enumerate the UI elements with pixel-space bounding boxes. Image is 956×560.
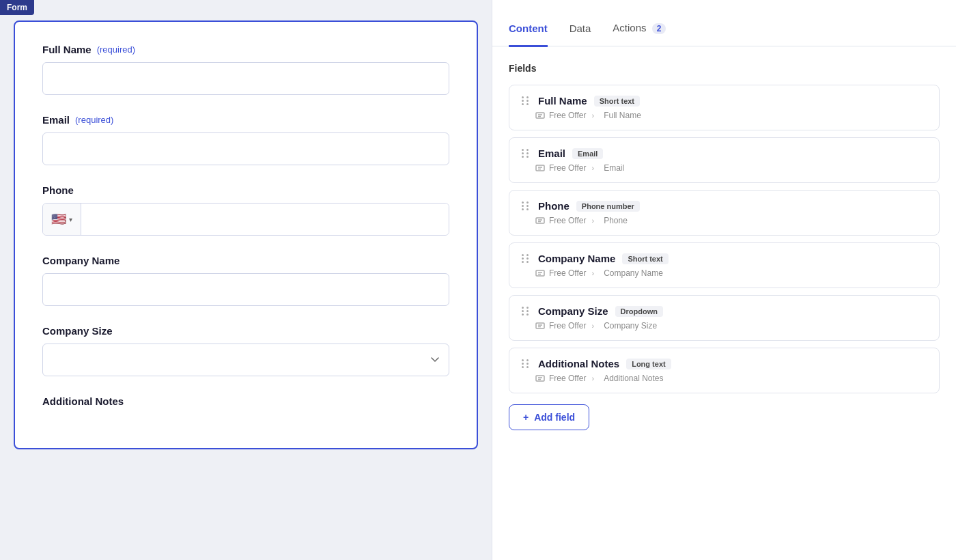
field-card-bottom-phone: Free Offer › Phone xyxy=(520,216,928,225)
field-card-bottom-company-name: Free Offer › Company Name xyxy=(520,268,928,278)
chevron-right-icon: › xyxy=(591,164,594,172)
tabs-header: Content Data Actions 2 xyxy=(492,0,956,46)
svg-rect-7 xyxy=(536,165,544,171)
email-required: (required) xyxy=(75,115,113,125)
full-name-input[interactable] xyxy=(42,62,449,95)
form-group-company-name: Company Name xyxy=(42,255,449,306)
field-type-email: Email xyxy=(572,148,603,159)
form-group-phone: Phone 🇺🇸 ▾ xyxy=(42,184,449,236)
ref-text-additional-notes: Additional Notes xyxy=(604,374,663,383)
drag-handle-company-size[interactable] xyxy=(520,305,531,317)
svg-rect-14 xyxy=(536,218,544,223)
field-card-top: Company Size Dropdown xyxy=(520,305,928,317)
field-card-email: Email Email Free Offer › Email xyxy=(509,137,940,183)
tab-content-label: Content xyxy=(509,23,548,34)
field-card-top: Full Name Short text xyxy=(520,95,928,107)
chevron-right-icon: › xyxy=(591,269,594,277)
source-text-company-size: Free Offer xyxy=(549,321,586,331)
chevron-right-icon: › xyxy=(591,111,594,120)
source-icon-additional-notes xyxy=(535,374,545,383)
source-icon-phone xyxy=(535,216,545,225)
svg-rect-35 xyxy=(536,376,544,381)
source-icon-email xyxy=(535,163,545,173)
full-name-label: Full Name (required) xyxy=(42,44,449,55)
form-group-full-name: Full Name (required) xyxy=(42,44,449,95)
chevron-right-icon: › xyxy=(591,374,594,382)
us-flag-icon: 🇺🇸 xyxy=(51,212,66,227)
tab-data-label: Data xyxy=(570,23,591,34)
field-card-bottom-company-size: Free Offer › Company Size xyxy=(520,321,928,331)
field-name-phone: Phone xyxy=(538,200,570,212)
field-card-full-name: Full Name Short text Free Offer › Full N… xyxy=(509,85,940,130)
ref-text-phone: Phone xyxy=(604,216,628,225)
field-card-phone: Phone Phone number Free Offer › Phone xyxy=(509,190,940,236)
chevron-right-icon: › xyxy=(591,322,594,330)
tab-content[interactable]: Content xyxy=(509,23,548,47)
drag-handle-additional-notes[interactable] xyxy=(520,358,531,369)
form-group-company-size: Company Size 1-10 11-50 51-200 200+ xyxy=(42,325,449,376)
field-card-additional-notes: Additional Notes Long text Free Offer › … xyxy=(509,348,940,393)
source-icon-company-name xyxy=(535,268,545,278)
field-card-top: Company Name Short text xyxy=(520,253,928,264)
source-icon-full-name xyxy=(535,111,545,120)
phone-input[interactable] xyxy=(81,204,449,235)
right-panel: Content Data Actions 2 Fields F xyxy=(492,0,956,560)
chevron-right-icon: › xyxy=(591,216,594,225)
add-field-label: Add field xyxy=(534,412,575,423)
email-label-text: Email xyxy=(42,114,70,126)
field-type-additional-notes: Long text xyxy=(626,359,671,369)
phone-flag-chevron-icon: ▾ xyxy=(69,216,72,223)
email-input[interactable] xyxy=(42,132,449,165)
form-group-email: Email (required) xyxy=(42,114,449,165)
add-field-button[interactable]: + Add field xyxy=(509,404,589,430)
field-card-top: Phone Phone number xyxy=(520,200,928,212)
email-label: Email (required) xyxy=(42,114,449,126)
ref-text-company-size: Company Size xyxy=(604,321,657,331)
ref-text-full-name: Full Name xyxy=(604,111,641,120)
phone-country-selector[interactable]: 🇺🇸 ▾ xyxy=(43,204,81,235)
field-card-bottom-email: Free Offer › Email xyxy=(520,163,928,173)
actions-badge: 2 xyxy=(652,23,666,34)
svg-rect-0 xyxy=(536,113,544,118)
field-card-bottom-full-name: Free Offer › Full Name xyxy=(520,111,928,120)
drag-handle-company-name[interactable] xyxy=(520,253,531,264)
field-card-top: Email Email xyxy=(520,148,928,159)
company-size-label: Company Size xyxy=(42,325,449,337)
field-type-full-name: Short text xyxy=(594,96,640,107)
company-name-input[interactable] xyxy=(42,273,449,306)
company-name-label: Company Name xyxy=(42,255,449,266)
tab-actions-label: Actions xyxy=(613,22,646,33)
field-name-full-name: Full Name xyxy=(538,95,587,107)
source-text-company-name: Free Offer xyxy=(549,268,586,278)
full-name-label-text: Full Name xyxy=(42,44,92,55)
panel-content: Fields Full Name Short text Fr xyxy=(492,46,956,560)
company-size-select[interactable]: 1-10 11-50 51-200 200+ xyxy=(42,344,449,376)
drag-handle-email[interactable] xyxy=(520,148,531,159)
phone-label: Phone xyxy=(42,184,449,196)
ref-text-email: Email xyxy=(604,163,624,173)
field-type-phone: Phone number xyxy=(576,201,640,212)
field-name-company-name: Company Name xyxy=(538,253,615,264)
svg-rect-28 xyxy=(536,323,544,328)
source-icon-company-size xyxy=(535,321,545,331)
drag-handle-phone[interactable] xyxy=(520,200,531,212)
fields-heading: Fields xyxy=(509,63,940,74)
field-card-top: Additional Notes Long text xyxy=(520,358,928,369)
field-card-company-name: Company Name Short text Free Offer › Com… xyxy=(509,242,940,288)
full-name-required: (required) xyxy=(97,44,135,55)
company-size-label-text: Company Size xyxy=(42,325,113,337)
ref-text-company-name: Company Name xyxy=(604,268,663,278)
source-text-full-name: Free Offer xyxy=(549,111,586,120)
source-text-email: Free Offer xyxy=(549,163,586,173)
company-name-label-text: Company Name xyxy=(42,255,120,266)
form-preview-panel: Form Full Name (required) Email (require… xyxy=(0,0,492,560)
form-container: Full Name (required) Email (required) Ph… xyxy=(14,20,478,449)
field-type-company-name: Short text xyxy=(622,253,668,264)
drag-handle-full-name[interactable] xyxy=(520,95,531,107)
tab-data[interactable]: Data xyxy=(570,23,591,47)
form-group-additional-notes: Additional Notes xyxy=(42,395,449,407)
additional-notes-label-text: Additional Notes xyxy=(42,395,124,407)
source-text-additional-notes: Free Offer xyxy=(549,374,586,383)
field-name-email: Email xyxy=(538,148,565,159)
tab-actions[interactable]: Actions 2 xyxy=(613,22,666,47)
